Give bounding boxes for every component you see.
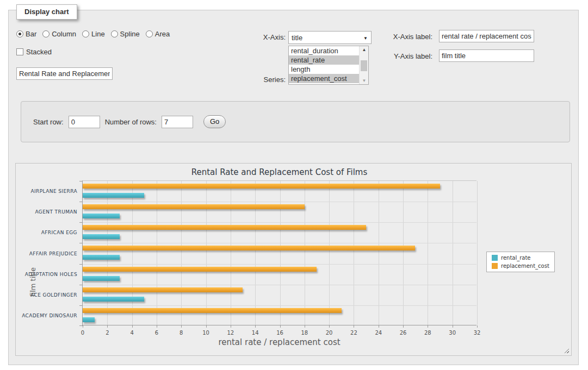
legend-item-rental_rate[interactable]: rental_rate (492, 255, 549, 261)
chart-y-axis-title: film title (29, 267, 37, 297)
radio-icon[interactable] (16, 30, 23, 37)
series-option-length[interactable]: length (289, 65, 359, 74)
scroll-up-icon[interactable]: ▲ (360, 47, 369, 52)
legend-swatch-icon (492, 255, 498, 261)
chart-type-radio-spline[interactable]: Spline (111, 30, 140, 38)
num-rows-label: Number of rows: (105, 118, 157, 126)
x-axis-select[interactable]: title ▼ (288, 31, 372, 44)
gridline (231, 181, 231, 325)
bar-rental_rate[interactable] (83, 234, 120, 239)
series-option-replacement_cost[interactable]: replacement_cost (289, 74, 359, 83)
radio-icon[interactable] (146, 30, 153, 37)
chart-type-label: Spline (120, 30, 140, 38)
start-row-input[interactable] (69, 116, 100, 128)
bar-rental_rate[interactable] (83, 297, 144, 302)
start-row-label: Start row: (33, 118, 64, 126)
chart-type-radio-bar[interactable]: Bar (16, 30, 36, 38)
chart-type-label: Column (52, 30, 76, 38)
bar-rental_rate[interactable] (83, 276, 120, 281)
bar-replacement_cost[interactable] (83, 184, 440, 189)
x-axis-tick-label: 22 (350, 330, 357, 336)
x-axis-tick-label: 6 (155, 330, 158, 336)
radio-icon[interactable] (111, 30, 118, 37)
series-scrollbar[interactable]: ▲ ▼ (359, 46, 368, 84)
x-axis-tick-label: 18 (301, 330, 308, 336)
bar-rental_rate[interactable] (83, 214, 120, 218)
x-axis-tick (181, 325, 182, 328)
chart-type-radios: BarColumnLineSplineArea (16, 30, 170, 38)
bar-replacement_cost[interactable] (83, 246, 415, 250)
legend-label: replacement_cost (501, 263, 549, 269)
chart-type-radio-line[interactable]: Line (82, 30, 105, 38)
y-axis-tick (79, 222, 83, 223)
chart-type-radio-column[interactable]: Column (42, 30, 76, 38)
gridline (132, 181, 133, 325)
bar-rental_rate[interactable] (83, 255, 120, 260)
gridline (107, 181, 108, 325)
x-axis-tick (379, 325, 379, 328)
radio-icon[interactable] (42, 30, 49, 37)
x-axis-tick (329, 325, 330, 328)
y-axis-label-label: Y-Axis label: (383, 52, 432, 60)
x-axis-tick-label: 28 (424, 330, 431, 336)
bar-rental_rate[interactable] (83, 317, 95, 322)
x-axis-tick-label: 24 (375, 330, 382, 336)
gridline (83, 285, 476, 285)
series-option-rental_rate[interactable]: rental_rate (289, 55, 359, 65)
chart-plot-area: 02468101214161820222426283032AIRPLANE SI… (82, 180, 476, 325)
x-axis-label-input[interactable] (439, 30, 534, 42)
series-option-rental_duration[interactable]: rental_duration (289, 46, 359, 55)
radio-icon[interactable] (82, 30, 89, 37)
x-axis-tick (83, 325, 83, 328)
chart-type-radio-area[interactable]: Area (146, 30, 170, 38)
legend-item-replacement_cost[interactable]: replacement_cost (492, 263, 549, 269)
panel-title: Display chart (16, 4, 77, 20)
chart-type-label: Area (155, 30, 170, 38)
x-axis-select-label: X-Axis: (234, 33, 286, 41)
gridline (379, 181, 379, 325)
x-axis-tick (157, 325, 157, 328)
bar-rental_rate[interactable] (83, 193, 144, 198)
go-button[interactable]: Go (203, 115, 226, 128)
x-axis-tick (453, 325, 453, 328)
x-axis-tick (132, 325, 133, 328)
y-axis-tick (79, 243, 83, 243)
bar-replacement_cost[interactable] (83, 308, 342, 313)
gridline (453, 181, 453, 325)
chart-title-input[interactable] (16, 67, 113, 80)
scroll-down-icon[interactable]: ▼ (360, 78, 369, 83)
x-axis-tick (428, 325, 428, 328)
scrollbar-thumb[interactable] (361, 60, 367, 71)
legend-label: rental_rate (501, 255, 531, 261)
gridline (83, 202, 476, 202)
category-label: AIRPLANE SIERRA (30, 189, 77, 194)
stacked-checkbox-row[interactable]: Stacked (16, 48, 52, 56)
resize-handle-icon[interactable] (563, 347, 569, 353)
category-label: AFFAIR PREJUDICE (29, 251, 77, 256)
stacked-checkbox[interactable] (16, 48, 23, 55)
x-axis-tick (255, 325, 256, 328)
x-axis-tick-label: 4 (130, 330, 133, 336)
x-axis-tick (231, 325, 231, 328)
series-multiselect[interactable]: rental_durationrental_ratelengthreplacem… (288, 46, 369, 85)
y-axis-tick (79, 285, 83, 285)
legend-swatch-icon (492, 263, 498, 269)
x-axis-tick (206, 325, 207, 328)
x-axis-tick-label: 32 (474, 330, 481, 336)
y-axis-label-input[interactable] (439, 49, 534, 62)
x-axis-tick-label: 2 (106, 330, 109, 336)
category-label: ACE GOLDFINGER (30, 292, 77, 298)
chart-container: Rental Rate and Replacement Cost of Film… (15, 163, 572, 356)
bar-replacement_cost[interactable] (83, 225, 366, 230)
x-axis-tick (477, 325, 478, 328)
gridline (305, 181, 305, 325)
bar-replacement_cost[interactable] (83, 267, 317, 272)
x-axis-tick-label: 20 (326, 330, 333, 336)
x-axis-tick (354, 325, 354, 328)
bar-replacement_cost[interactable] (83, 287, 243, 292)
series-options: rental_durationrental_ratelengthreplacem… (289, 46, 359, 84)
x-axis-tick-label: 26 (400, 330, 407, 336)
num-rows-input[interactable] (162, 116, 193, 128)
bar-replacement_cost[interactable] (83, 204, 305, 209)
x-axis-tick-label: 0 (81, 330, 84, 336)
